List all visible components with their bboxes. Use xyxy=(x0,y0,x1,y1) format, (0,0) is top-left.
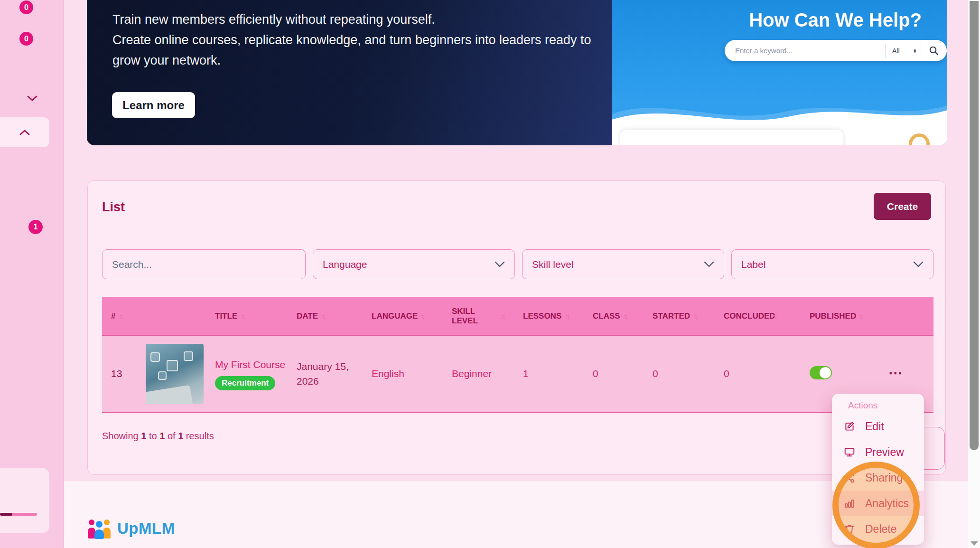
menu-item-label: Sharing xyxy=(865,472,903,484)
people-logo-icon xyxy=(87,518,112,539)
menu-item-analytics[interactable]: Analytics xyxy=(832,491,924,516)
analytics-icon xyxy=(844,498,855,509)
help-category-value: All xyxy=(892,47,900,55)
skill-level-filter-label: Skill level xyxy=(532,259,574,270)
brand-logo[interactable]: UpMLM xyxy=(87,518,175,539)
sort-icon: ↑↓ xyxy=(420,312,424,320)
help-article-card xyxy=(620,130,843,145)
chevron-down-icon xyxy=(704,261,714,267)
column-header-concluded[interactable]: CONCLUDED↑↓ xyxy=(724,312,810,321)
menu-item-label: Edit xyxy=(865,420,884,433)
menu-item-sharing[interactable]: Sharing xyxy=(832,465,924,491)
help-category-select[interactable]: All ▴▾ xyxy=(886,47,921,55)
sidebar: 0 0 1 xyxy=(0,0,64,548)
published-toggle[interactable] xyxy=(810,366,832,379)
column-header-skill-level[interactable]: SKILL LEVEL↑↓ xyxy=(452,307,523,326)
preview-icon xyxy=(844,446,855,458)
course-concluded-count: 0 xyxy=(724,368,810,379)
edit-icon xyxy=(844,421,855,432)
column-header-title[interactable]: TITLE↑↓ xyxy=(215,312,297,321)
sort-icon: ↑↓ xyxy=(859,312,862,320)
course-id: 13 xyxy=(111,368,122,379)
menu-item-preview[interactable]: Preview xyxy=(832,439,924,465)
course-label-badge: Recruitment xyxy=(215,376,275,390)
sort-icon: ↑↓ xyxy=(565,312,568,320)
course-language: English xyxy=(372,368,452,379)
learn-more-button[interactable]: Learn more xyxy=(112,92,195,118)
hero-banner-text-panel: Train new members efficiently without re… xyxy=(87,0,612,145)
course-id-cell: 13 xyxy=(102,344,215,404)
skill-level-filter-select[interactable]: Skill level xyxy=(522,249,724,279)
help-search-bar: All ▴▾ xyxy=(725,40,947,61)
select-arrows-icon: ▴▾ xyxy=(914,48,916,53)
sharing-icon xyxy=(844,472,855,483)
row-actions-button[interactable]: ⋯ xyxy=(888,368,903,378)
help-widget-title: How Can We Help? xyxy=(710,9,947,31)
vertical-scrollbar[interactable] xyxy=(968,0,980,548)
column-header-language[interactable]: LANGUAGE↑↓ xyxy=(372,312,452,321)
help-widget-preview: How Can We Help? All ▴▾ xyxy=(612,0,947,145)
scrollbar-down-arrow[interactable] xyxy=(971,541,978,546)
results-summary: Showing 1 to 1 of 1 results xyxy=(102,431,214,442)
course-skill-level: Beginner xyxy=(452,368,523,379)
search-input[interactable] xyxy=(112,259,296,270)
language-filter-label: Language xyxy=(323,259,367,270)
hero-banner: Train new members efficiently without re… xyxy=(87,0,947,145)
menu-item-label: Delete xyxy=(865,523,896,536)
scrollbar-thumb[interactable] xyxy=(970,1,979,450)
progress-bar xyxy=(0,513,37,516)
search-field xyxy=(102,249,306,279)
language-filter-select[interactable]: Language xyxy=(313,249,515,279)
menu-item-label: Analytics xyxy=(865,497,909,510)
column-header-published[interactable]: PUBLISHED↑↓ xyxy=(810,312,888,321)
chevron-down-icon xyxy=(913,261,924,267)
sort-icon: ↑↓ xyxy=(501,312,504,320)
help-search-button[interactable] xyxy=(921,46,947,56)
table-row: 13 My First Course Recruitment January 1… xyxy=(102,336,933,413)
brand-name: UpMLM xyxy=(117,520,175,538)
course-title-cell: My First Course Recruitment xyxy=(215,357,297,390)
course-started-count: 0 xyxy=(653,368,724,379)
courses-table: #↑↓ TITLE↑↓ DATE↑↓ LANGUAGE↑↓ SKILL LEVE… xyxy=(102,297,933,413)
chevron-up-icon xyxy=(19,129,30,136)
course-class-count: 0 xyxy=(593,368,653,379)
column-header-started[interactable]: STARTED↑↓ xyxy=(653,312,724,321)
label-filter-select[interactable]: Label xyxy=(731,249,933,279)
table-header-row: #↑↓ TITLE↑↓ DATE↑↓ LANGUAGE↑↓ SKILL LEVE… xyxy=(102,297,933,336)
sort-icon: ↑↓ xyxy=(241,312,244,320)
courses-list-card: List Create Language Skill level Label #… xyxy=(87,180,946,475)
sidebar-item-collapsed[interactable] xyxy=(27,95,38,104)
hero-line-3: grow your network. xyxy=(112,50,591,71)
actions-menu: Actions Edit Preview Sharing Analytics D… xyxy=(832,394,924,545)
sort-icon: ↑↓ xyxy=(693,312,697,320)
course-title-link[interactable]: My First Course xyxy=(215,357,297,372)
menu-item-delete[interactable]: Delete xyxy=(832,516,924,542)
column-header-class[interactable]: CLASS↑↓ xyxy=(593,312,653,321)
sidebar-item-expanded[interactable] xyxy=(0,117,49,147)
course-thumbnail xyxy=(146,344,204,404)
sort-icon: ↑↓ xyxy=(624,312,627,320)
menu-item-edit[interactable]: Edit xyxy=(832,414,924,439)
sidebar-notification-badge: 1 xyxy=(28,220,43,234)
actions-menu-header: Actions xyxy=(832,400,924,414)
sort-icon: ↑↓ xyxy=(321,312,325,320)
course-date: January 15, 2026 xyxy=(297,359,372,388)
create-button[interactable]: Create xyxy=(874,193,931,220)
column-header-date[interactable]: DATE↑↓ xyxy=(297,312,372,321)
delete-icon xyxy=(844,523,855,535)
sort-icon: ↑↓ xyxy=(773,312,776,320)
column-header-id[interactable]: #↑↓ xyxy=(102,312,215,321)
filters-row: Language Skill level Label xyxy=(102,249,933,279)
hero-line-2: Create online courses, replicate knowled… xyxy=(112,30,591,50)
sidebar-bottom-panel xyxy=(0,468,49,533)
course-lessons-count: 1 xyxy=(523,368,593,379)
help-keyword-input[interactable] xyxy=(725,47,885,55)
sidebar-notification-badge: 0 xyxy=(19,32,33,46)
hero-line-1: Train new members efficiently without re… xyxy=(112,9,591,30)
chevron-down-icon xyxy=(27,95,38,102)
column-header-lessons[interactable]: LESSONS↑↓ xyxy=(523,312,593,321)
sidebar-notification-badge: 0 xyxy=(19,0,33,14)
search-icon xyxy=(929,46,939,56)
chevron-down-icon xyxy=(495,261,505,267)
page-title: List xyxy=(102,200,125,215)
